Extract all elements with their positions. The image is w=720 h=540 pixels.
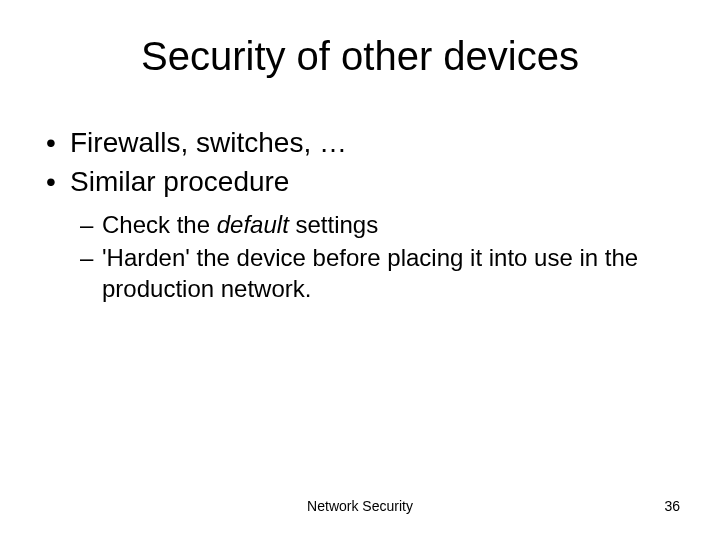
sub-bullet-item: 'Harden' the device before placing it in…	[80, 242, 684, 304]
page-number: 36	[664, 498, 680, 514]
sub-bullet-text-em: default	[217, 211, 289, 238]
slide: Security of other devices Firewalls, swi…	[0, 0, 720, 540]
sub-bullet-text-pre: Check the	[102, 211, 217, 238]
bullet-item: Firewalls, switches, …	[42, 125, 684, 160]
bullet-text: Firewalls, switches, …	[70, 127, 347, 158]
footer-label: Network Security	[0, 498, 720, 514]
slide-title: Security of other devices	[36, 34, 684, 79]
sub-bullet-list: Check the default settings 'Harden' the …	[80, 209, 684, 305]
bullet-item: Similar procedure Check the default sett…	[42, 164, 684, 305]
sub-bullet-item: Check the default settings	[80, 209, 684, 240]
sub-bullet-text: 'Harden' the device before placing it in…	[102, 244, 638, 302]
bullet-text: Similar procedure	[70, 166, 289, 197]
bullet-list: Firewalls, switches, … Similar procedure…	[42, 125, 684, 305]
sub-bullet-text-post: settings	[289, 211, 378, 238]
